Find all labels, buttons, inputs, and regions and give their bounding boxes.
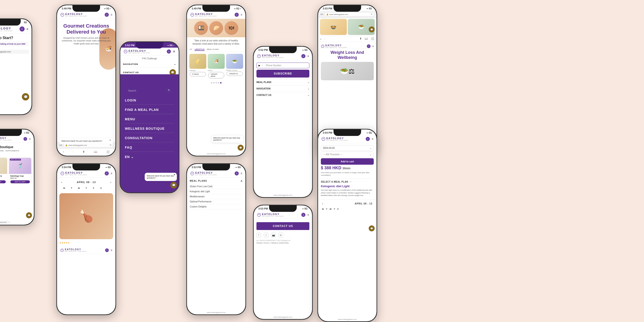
tabs-icon-10[interactable]: ⬜ bbox=[371, 37, 374, 41]
cart-icon-6[interactable]: 0 bbox=[234, 13, 239, 17]
timeslot-selector[interactable]: — AM Timeslots — ⌄ bbox=[321, 152, 374, 157]
tabs-icon-2[interactable]: ⬜ bbox=[106, 150, 110, 154]
meal-item-0[interactable]: Gluten Free Low-Carb bbox=[190, 184, 243, 189]
close-icon-2[interactable]: ✕ bbox=[109, 139, 111, 142]
nav-link[interactable]: NAVIGATION ⌄ bbox=[120, 61, 179, 68]
cal-prev-5[interactable]: ‹ bbox=[61, 181, 62, 184]
back-icon-10[interactable]: ‹ bbox=[320, 37, 322, 41]
date-selector[interactable]: 2024-04-03 ⌄ bbox=[321, 145, 374, 151]
cart-icon-3[interactable]: 0 bbox=[167, 50, 171, 54]
menu-icon-1[interactable]: ≡ bbox=[26, 27, 28, 31]
f45-text: F45 Challenge bbox=[120, 56, 179, 61]
address-bar-10[interactable]: 🔒 www.eatologyasia.com ↻ bbox=[324, 12, 374, 16]
bookmark-icon-10[interactable]: 📖 bbox=[364, 37, 368, 41]
menu-icon-5b[interactable]: ≡ bbox=[111, 249, 112, 252]
tab-hy[interactable]: HY bbox=[190, 48, 192, 51]
cart-icon-5b[interactable]: 0 bbox=[105, 248, 109, 252]
filter-supplements[interactable]: SUPPLEMENTS bbox=[6, 150, 19, 152]
menu-menu[interactable]: MENU bbox=[125, 115, 174, 124]
meal-item-4[interactable]: Custom Delights bbox=[190, 204, 243, 209]
cart-icon-8[interactable]: 0 bbox=[301, 54, 306, 58]
product-card-1: 🍴 Wooden Cutlery $50.00 ADD TO CART bbox=[0, 158, 7, 184]
menu-faq[interactable]: FAQ bbox=[125, 143, 174, 152]
chat-button-1[interactable]: 💬 bbox=[22, 93, 29, 100]
meal-plans-chevron[interactable]: ∧ bbox=[240, 179, 243, 182]
reload-icon-10[interactable]: ↻ bbox=[371, 13, 372, 16]
close-menu-icon[interactable]: ✕ bbox=[173, 50, 176, 53]
cart-icon-7[interactable]: 0 bbox=[234, 171, 239, 176]
cart-icon-5[interactable]: 0 bbox=[105, 171, 109, 176]
menu-icon-8[interactable]: ≡ bbox=[307, 54, 309, 58]
menu-login[interactable]: LOGIN bbox=[125, 96, 174, 105]
forward-icon-10[interactable]: › bbox=[324, 37, 326, 41]
contact-us-btn[interactable]: CONTACT US bbox=[256, 222, 309, 230]
phone-input-row[interactable]: ▶ ▼ Phone Number bbox=[256, 62, 309, 68]
add-to-cart-1[interactable]: ADD TO CART bbox=[0, 180, 6, 183]
cart-icon-11[interactable]: 0 bbox=[366, 137, 370, 141]
logo-name-9: EATOLOGY bbox=[262, 213, 284, 216]
product-img-1: 🍴 bbox=[0, 158, 7, 174]
menu-icon-2[interactable]: ≡ bbox=[111, 13, 112, 16]
chat-button-bottom-3[interactable]: 💬 bbox=[170, 182, 177, 188]
cart-icon-4[interactable]: 0 bbox=[24, 137, 27, 141]
close-chat-3[interactable]: ✕ bbox=[174, 174, 175, 176]
chat-button-6[interactable]: 💬 bbox=[238, 145, 244, 151]
meal-item-1[interactable]: Ketogenic diet Light bbox=[190, 189, 243, 194]
reload-icon-4[interactable]: ↻ bbox=[8, 222, 10, 223]
forward-icon-2[interactable]: › bbox=[73, 150, 74, 154]
menu-icon-11[interactable]: ≡ bbox=[372, 137, 373, 140]
menu-icon-4[interactable]: ≡ bbox=[29, 137, 30, 140]
meal-card-med: 🫔 rranean R MEAL bbox=[189, 54, 206, 79]
chat-button-4[interactable]: 💬 bbox=[26, 212, 32, 218]
menu-find-meal[interactable]: FIND A MEAL PLAN bbox=[125, 106, 174, 114]
bookmark-icon-2[interactable]: 📖 bbox=[94, 150, 97, 154]
menu-icon-6[interactable]: ≡ bbox=[240, 13, 242, 16]
menu-consultation[interactable]: CONSULTATION bbox=[125, 134, 174, 142]
chat-button-11[interactable]: 💬 bbox=[369, 226, 375, 232]
facebook-icon[interactable]: f bbox=[256, 233, 261, 237]
share-icon-2[interactable]: ⬆ bbox=[82, 150, 85, 154]
menu-icon-5[interactable]: ≡ bbox=[111, 172, 112, 175]
url-bar-4[interactable]: 🔒 www.eatologyasia.com bbox=[0, 221, 8, 224]
menu-icon-10b[interactable]: ≡ bbox=[372, 45, 374, 48]
twitter-icon[interactable]: t bbox=[264, 233, 268, 237]
add-to-cart-11[interactable]: Add to cart bbox=[321, 158, 374, 165]
url-bar-1[interactable]: 🔒 www.eatologyasia.com bbox=[0, 50, 29, 54]
instagram-icon[interactable]: 📷 bbox=[271, 233, 276, 237]
menu-icon-9[interactable]: ≡ bbox=[307, 213, 309, 216]
contact-section[interactable]: CONTACT US ⌄ bbox=[256, 92, 309, 98]
meal-item-3[interactable]: Optimal Performance bbox=[190, 199, 243, 204]
menu-icon-7[interactable]: ≡ bbox=[240, 172, 242, 175]
dot-4 bbox=[218, 82, 219, 84]
tab-lifestyle[interactable]: LIFESTYLE bbox=[194, 48, 204, 51]
cart-icon-9[interactable]: 0 bbox=[301, 213, 306, 217]
cart-icon-10b[interactable]: 0 bbox=[367, 44, 370, 48]
cart-icon-2[interactable]: 0 bbox=[105, 13, 109, 17]
privacy-links[interactable]: PRIVACY POLICY | TERMS & CONDITIONS bbox=[256, 242, 309, 244]
navigation-section[interactable]: NAVIGATION ⌄ bbox=[256, 85, 309, 92]
cal-next-5[interactable]: › bbox=[110, 181, 111, 184]
filter-merchandise[interactable]: MERCHANDISE bbox=[0, 150, 4, 152]
order-btn-asian[interactable]: ORDER MEAL bbox=[208, 72, 224, 78]
back-icon-2[interactable]: ‹ bbox=[63, 150, 64, 154]
tab-meal-plans[interactable]: MEAL PLANS bbox=[207, 48, 219, 51]
url-6: www.eatologyasia.com bbox=[207, 153, 226, 155]
add-to-cart-2[interactable]: ADD TO CART bbox=[10, 180, 30, 183]
order-btn-med[interactable]: R MEAL bbox=[190, 72, 206, 76]
search-bar[interactable]: Search 🔍 bbox=[125, 87, 174, 94]
menu-lang[interactable]: EN ⌄ bbox=[125, 153, 174, 161]
share-icon-10[interactable]: ⬆ bbox=[360, 37, 362, 41]
cal-range-11: APRIL 08 - 13 bbox=[355, 202, 372, 205]
cart-icon-1[interactable]: 0 bbox=[20, 26, 24, 32]
cal-prev-11[interactable]: ‹ bbox=[322, 202, 323, 205]
signal-3: ▪▪ 5G ▪ bbox=[167, 44, 174, 47]
meal-item-2[interactable]: Mediterranean bbox=[190, 194, 243, 199]
meal-plans-section[interactable]: MEAL PLANS ⌄ bbox=[256, 79, 309, 85]
chat-button-10[interactable]: 💬 bbox=[369, 26, 375, 32]
order-btn-nutrition[interactable]: ORDER M... bbox=[226, 72, 243, 76]
logo-3: EATOLOGY EAT HEALTHY, LIVE EASY bbox=[124, 50, 150, 54]
select-meal-arrow[interactable]: SELECT A MEAL PLAN → bbox=[321, 180, 374, 183]
linkedin-icon[interactable]: in bbox=[278, 233, 283, 237]
subscribe-btn[interactable]: SUBSCRIBE bbox=[256, 70, 309, 78]
menu-wellness[interactable]: WELLNESS BOUTIQUE bbox=[125, 124, 174, 133]
